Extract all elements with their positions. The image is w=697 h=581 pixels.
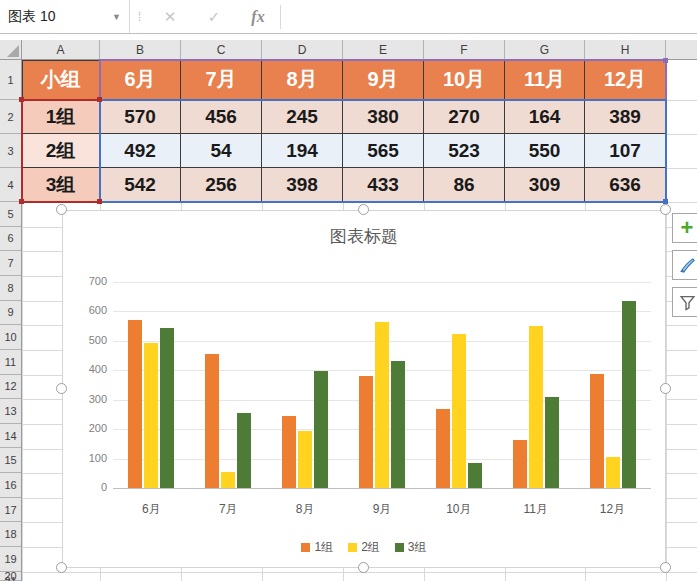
row-header-14[interactable]: 14 <box>0 424 21 449</box>
chart-resize-handle[interactable] <box>56 383 67 394</box>
table-cell-header[interactable]: 10月 <box>424 60 505 100</box>
table-cell-row-label[interactable]: 2组 <box>22 134 100 168</box>
table-cell-value[interactable]: 550 <box>505 134 585 168</box>
table-cell-value[interactable]: 194 <box>262 134 343 168</box>
chart-filter-button[interactable] <box>672 287 697 317</box>
table-cell-value[interactable]: 433 <box>343 168 424 202</box>
table-cell-value[interactable]: 542 <box>100 168 181 202</box>
bar-3组-10月[interactable] <box>468 463 482 488</box>
table-cell-header[interactable]: 8月 <box>262 60 343 100</box>
chart-resize-handle[interactable] <box>358 562 369 573</box>
table-cell-header[interactable]: 小组 <box>22 60 100 100</box>
table-cell-value[interactable]: 523 <box>424 134 505 168</box>
table-cell-header[interactable]: 7月 <box>181 60 262 100</box>
chart-title[interactable]: 图表标题 <box>63 225 665 248</box>
legend-item-2组[interactable]: 2组 <box>348 539 380 556</box>
bar-2组-7月[interactable] <box>221 472 235 488</box>
row-header-16[interactable]: 16 <box>0 473 21 498</box>
bar-2组-9月[interactable] <box>375 322 389 488</box>
chart-legend[interactable]: 1组2组3组 <box>63 539 665 556</box>
table-cell-header[interactable]: 11月 <box>505 60 585 100</box>
row-header-5[interactable]: 5 <box>0 202 21 227</box>
confirm-button[interactable]: ✓ <box>192 0 236 33</box>
row-header-12[interactable]: 12 <box>0 375 21 400</box>
chart-resize-handle[interactable] <box>358 204 369 215</box>
row-header-2[interactable]: 2 <box>0 100 21 134</box>
table-cell-value[interactable]: 54 <box>181 134 262 168</box>
formula-bar-input[interactable] <box>281 0 697 33</box>
table-cell-value[interactable]: 164 <box>505 100 585 134</box>
row-header-19[interactable]: 19 <box>0 547 21 572</box>
bar-3组-9月[interactable] <box>391 361 405 488</box>
bar-1组-10月[interactable] <box>436 409 450 488</box>
bar-2组-11月[interactable] <box>529 326 543 488</box>
column-header-A[interactable]: A <box>22 40 100 59</box>
chart-style-button[interactable] <box>672 250 697 280</box>
row-header-8[interactable]: 8 <box>0 276 21 301</box>
table-cell-value[interactable]: 570 <box>100 100 181 134</box>
chart-resize-handle[interactable] <box>56 562 67 573</box>
table-cell-row-label[interactable]: 3组 <box>22 168 100 202</box>
column-header-C[interactable]: C <box>181 40 262 59</box>
table-cell-value[interactable]: 380 <box>343 100 424 134</box>
bar-3组-7月[interactable] <box>237 413 251 488</box>
bar-1组-9月[interactable] <box>359 376 373 488</box>
table-cell-value[interactable]: 389 <box>585 100 666 134</box>
table-cell-header[interactable]: 9月 <box>343 60 424 100</box>
bar-3组-11月[interactable] <box>545 397 559 488</box>
table-cell-value[interactable]: 492 <box>100 134 181 168</box>
table-cell-value[interactable]: 107 <box>585 134 666 168</box>
row-header-17[interactable]: 17 <box>0 498 21 523</box>
table-cell-value[interactable]: 245 <box>262 100 343 134</box>
bar-2组-6月[interactable] <box>144 343 158 488</box>
row-header-7[interactable]: 7 <box>0 251 21 276</box>
column-header-F[interactable]: F <box>424 40 505 59</box>
chart-resize-handle[interactable] <box>660 383 671 394</box>
row-header-3[interactable]: 3 <box>0 134 21 168</box>
bar-2组-10月[interactable] <box>452 334 466 488</box>
row-header-9[interactable]: 9 <box>0 301 21 326</box>
table-cell-value[interactable]: 456 <box>181 100 262 134</box>
select-all-corner[interactable] <box>0 40 22 60</box>
cancel-button[interactable]: ✕ <box>148 0 192 33</box>
table-cell-header[interactable]: 12月 <box>585 60 666 100</box>
table-cell-row-label[interactable]: 1组 <box>22 100 100 134</box>
bar-1组-12月[interactable] <box>590 374 604 488</box>
chevron-down-icon[interactable]: ▼ <box>112 12 129 22</box>
row-header-4[interactable]: 4 <box>0 168 21 202</box>
bar-1组-8月[interactable] <box>282 416 296 488</box>
table-cell-header[interactable]: 6月 <box>100 60 181 100</box>
table-cell-value[interactable]: 398 <box>262 168 343 202</box>
column-header-H[interactable]: H <box>585 40 666 59</box>
bar-1组-6月[interactable] <box>128 320 142 488</box>
row-header-13[interactable]: 13 <box>0 399 21 424</box>
chart-elements-button[interactable]: + <box>672 213 697 243</box>
legend-item-3组[interactable]: 3组 <box>395 539 427 556</box>
column-header-E[interactable]: E <box>343 40 424 59</box>
row-header-10[interactable]: 10 <box>0 325 21 350</box>
row-header-1[interactable]: 1 <box>0 60 21 100</box>
table-cell-value[interactable]: 636 <box>585 168 666 202</box>
insert-function-button[interactable]: fx <box>236 0 280 33</box>
bar-1组-7月[interactable] <box>205 354 219 488</box>
table-cell-value[interactable]: 565 <box>343 134 424 168</box>
chart-resize-handle[interactable] <box>56 204 67 215</box>
column-header-G[interactable]: G <box>505 40 585 59</box>
bar-1组-11月[interactable] <box>513 440 527 488</box>
legend-item-1组[interactable]: 1组 <box>301 539 333 556</box>
row-header-15[interactable]: 15 <box>0 449 21 474</box>
bar-3组-8月[interactable] <box>314 371 328 488</box>
row-header-18[interactable]: 18 <box>0 522 21 547</box>
chart-resize-handle[interactable] <box>660 204 671 215</box>
row-header-6[interactable]: 6 <box>0 227 21 252</box>
table-cell-value[interactable]: 309 <box>505 168 585 202</box>
table-cell-value[interactable]: 86 <box>424 168 505 202</box>
bar-3组-12月[interactable] <box>622 301 636 488</box>
column-header-D[interactable]: D <box>262 40 343 59</box>
bar-2组-8月[interactable] <box>298 431 312 488</box>
name-box[interactable]: 图表 10 ▼ <box>0 0 130 33</box>
table-cell-value[interactable]: 270 <box>424 100 505 134</box>
chart-resize-handle[interactable] <box>660 562 671 573</box>
row-header-11[interactable]: 11 <box>0 350 21 375</box>
bar-2组-12月[interactable] <box>606 457 620 488</box>
